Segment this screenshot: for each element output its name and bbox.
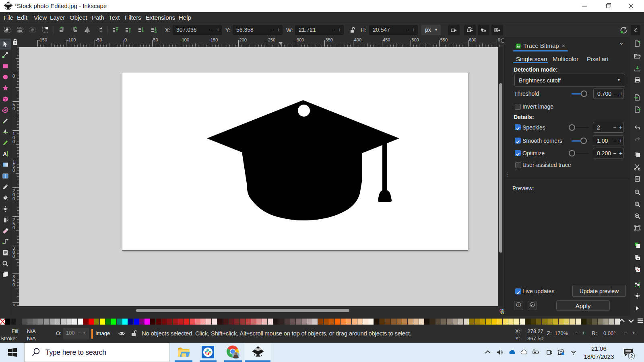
svg-text:2: 2 <box>630 354 633 359</box>
svg-text:i: i <box>518 303 519 307</box>
svg-text:A: A <box>3 151 7 157</box>
